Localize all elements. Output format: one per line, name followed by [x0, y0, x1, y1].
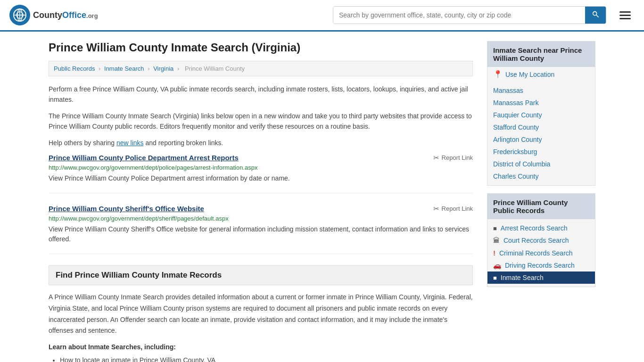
find-section-heading: Find Prince William County Inmate Record…	[49, 265, 473, 285]
search-input[interactable]	[333, 7, 585, 24]
location-icon: 📍	[493, 70, 503, 79]
nearby-title: Inmate Search near Prince William County	[487, 41, 595, 67]
link-card-title[interactable]: Prince William County Sheriff's Office W…	[49, 205, 204, 213]
record-list-item[interactable]: 🚗Driving Records Search	[487, 259, 595, 272]
nearby-link[interactable]: Stafford County	[493, 123, 539, 131]
link-url: http://www.pwcgov.org/government/dept/sh…	[49, 215, 473, 222]
scissors-icon: ✂	[433, 205, 439, 213]
public-records-box: Prince William County Public Records ■Ar…	[487, 193, 595, 287]
public-records-title: Prince William County Public Records	[487, 194, 595, 219]
find-section-body: A Prince William County Inmate Search pr…	[49, 292, 473, 337]
description-3: Help others by sharing new links and rep…	[49, 138, 473, 148]
nearby-list-item[interactable]: Fauquier County	[487, 109, 595, 121]
nearby-link[interactable]: Fauquier County	[493, 111, 542, 119]
record-icon: ■	[493, 225, 497, 232]
record-list-item[interactable]: ■Inmate Search	[487, 272, 595, 284]
nearby-list-item[interactable]: Manassas	[487, 84, 595, 97]
new-links-link[interactable]: new links	[116, 139, 144, 147]
record-icon: 🚗	[493, 262, 501, 269]
nearby-list-item[interactable]: Manassas Park	[487, 97, 595, 109]
record-link[interactable]: Court Records Search	[504, 237, 569, 244]
main-container: Prince William County Inmate Search (Vir…	[39, 32, 605, 362]
nearby-link[interactable]: Fredericksburg	[493, 148, 537, 156]
svg-line-6	[596, 15, 599, 17]
breadcrumb-current: Prince William County	[185, 65, 245, 72]
main-content: Prince William County Inmate Search (Vir…	[49, 41, 473, 362]
page-title: Prince William County Inmate Search (Vir…	[49, 41, 473, 54]
records-list: ■Arrest Records Search🏛Court Records Sea…	[487, 219, 595, 287]
description-1: Perform a free Prince William County, VA…	[49, 84, 473, 105]
link-card-title[interactable]: Prince William County Police Department …	[49, 154, 239, 162]
record-list-item[interactable]: ■Arrest Records Search	[487, 222, 595, 234]
record-icon: !	[493, 249, 495, 257]
search-bar	[333, 6, 606, 24]
svg-point-5	[593, 12, 597, 16]
logo[interactable]: CountyOffice.org	[9, 5, 98, 25]
nearby-list: ManassasManassas ParkFauquier CountyStaf…	[487, 82, 595, 185]
nearby-list-item[interactable]: Stafford County	[487, 121, 595, 133]
record-list-item[interactable]: !Criminal Records Search	[487, 247, 595, 259]
logo-wordmark: CountyOffice.org	[33, 10, 98, 20]
nearby-list-item[interactable]: Arlington County	[487, 133, 595, 146]
scissors-icon: ✂	[433, 154, 439, 162]
bullet-item: How to locate an inmate in Prince Willia…	[60, 354, 473, 362]
site-header: CountyOffice.org	[0, 0, 644, 32]
record-link[interactable]: Driving Records Search	[505, 262, 575, 269]
nearby-box: Inmate Search near Prince William County…	[487, 41, 595, 186]
logo-icon	[9, 5, 30, 25]
record-list-item[interactable]: 🏛Court Records Search	[487, 234, 595, 247]
nearby-link[interactable]: Manassas Park	[493, 99, 538, 107]
use-my-location-item[interactable]: 📍 Use My Location	[487, 67, 595, 82]
breadcrumb-virginia[interactable]: Virginia	[153, 65, 173, 72]
nearby-list-item[interactable]: Fredericksburg	[487, 146, 595, 158]
nearby-list-item[interactable]: District of Columbia	[487, 158, 595, 170]
link-card: Prince William County Police Department …	[49, 154, 473, 193]
sidebar: Inmate Search near Prince William County…	[487, 41, 595, 362]
search-button[interactable]	[585, 7, 606, 24]
description-2: The Prince William County Inmate Search …	[49, 111, 473, 132]
record-link[interactable]: Inmate Search	[501, 274, 544, 281]
record-icon: 🏛	[493, 237, 500, 244]
link-url: http://www.pwcgov.org/government/dept/po…	[49, 164, 473, 171]
breadcrumb-public-records[interactable]: Public Records	[54, 65, 95, 72]
link-card: Prince William County Sheriff's Office W…	[49, 205, 473, 254]
learn-heading: Learn about Inmate Searches, including:	[49, 343, 473, 351]
link-description: View Prince William County Sheriff's Off…	[49, 224, 473, 244]
link-cards: Prince William County Police Department …	[49, 154, 473, 254]
nearby-link[interactable]: Manassas	[493, 87, 523, 94]
breadcrumb-inmate-search[interactable]: Inmate Search	[104, 65, 144, 72]
nearby-list-item[interactable]: Charles County	[487, 170, 595, 182]
use-my-location-link[interactable]: Use My Location	[505, 71, 554, 78]
record-link[interactable]: Criminal Records Search	[499, 249, 573, 257]
record-link[interactable]: Arrest Records Search	[501, 224, 568, 232]
record-icon: ■	[493, 274, 497, 281]
breadcrumb: Public Records › Inmate Search › Virgini…	[49, 61, 473, 76]
nearby-link[interactable]: Charles County	[493, 173, 539, 180]
hamburger-menu-button[interactable]	[616, 9, 635, 21]
nearby-link[interactable]: District of Columbia	[493, 160, 550, 168]
report-link-button[interactable]: ✂ Report Link	[433, 154, 473, 162]
hamburger-icon	[619, 11, 631, 19]
learn-bullets: How to locate an inmate in Prince Willia…	[60, 354, 473, 362]
report-link-button[interactable]: ✂ Report Link	[433, 205, 473, 213]
nearby-link[interactable]: Arlington County	[493, 136, 542, 143]
link-description: View Prince William County Police Depart…	[49, 173, 473, 183]
